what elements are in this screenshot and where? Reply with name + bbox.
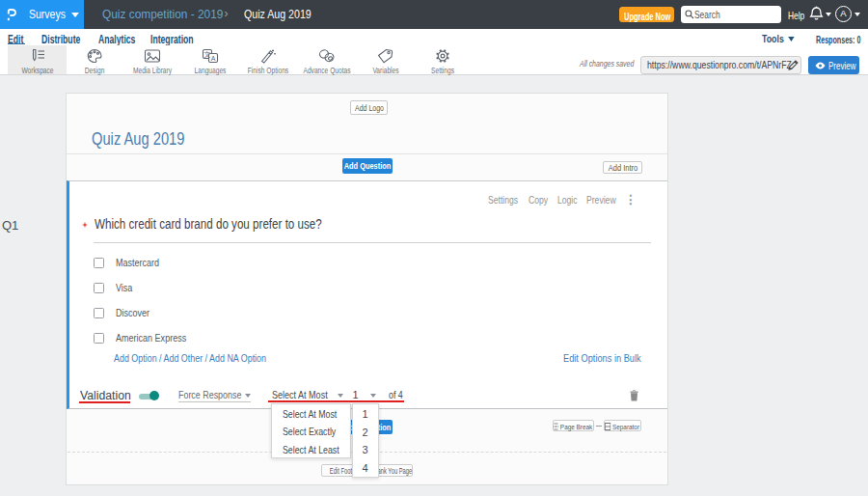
svg-text:文: 文 — [204, 49, 211, 57]
svg-text:A: A — [211, 54, 216, 61]
